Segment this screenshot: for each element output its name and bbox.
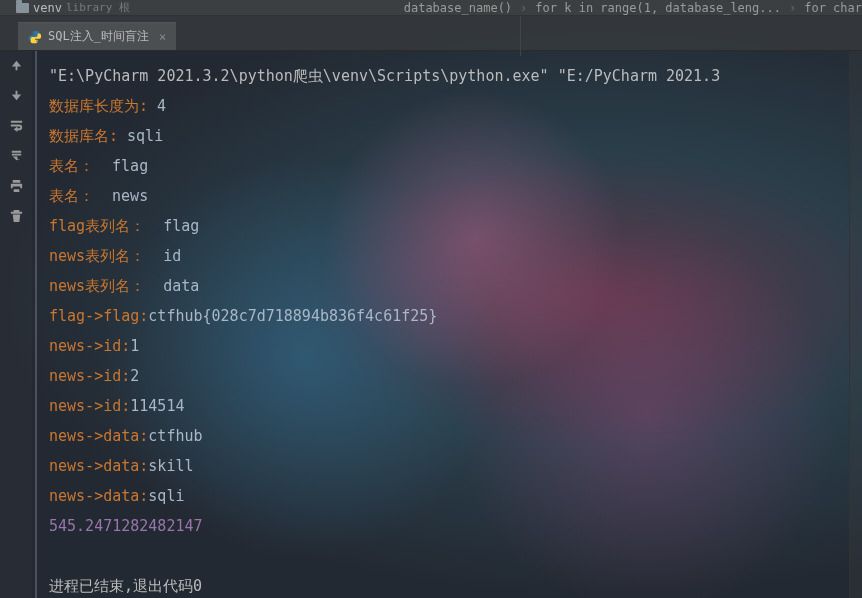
output-line: news表列名： data xyxy=(49,271,849,301)
output-line: news->id:1 xyxy=(49,331,849,361)
output-line: news表列名： id xyxy=(49,241,849,271)
console-panel: "E:\PyCharm 2021.3.2\python爬虫\venv\Scrip… xyxy=(35,51,849,598)
command-line: "E:\PyCharm 2021.3.2\python爬虫\venv\Scrip… xyxy=(49,61,849,91)
project-tree-node[interactable]: venv library 根 xyxy=(0,0,300,15)
run-tool-gutter xyxy=(0,51,32,598)
arrow-down-icon[interactable] xyxy=(8,87,24,103)
folder-label: venv xyxy=(33,1,62,15)
breadcrumb-item[interactable]: for char xyxy=(804,1,862,15)
chevron-right-icon: › xyxy=(520,1,527,15)
editor-tab-bar: SQL注入_时间盲注 × xyxy=(0,16,862,51)
breadcrumb-item[interactable]: for k in range(1, database_leng... xyxy=(535,1,781,15)
output-line: news->data:ctfhub xyxy=(49,421,849,451)
arrow-up-icon[interactable] xyxy=(8,57,24,73)
breadcrumb: database_name() › for k in range(1, data… xyxy=(300,0,862,15)
breadcrumb-item[interactable]: database_name() xyxy=(404,1,512,15)
folder-icon xyxy=(16,3,29,13)
chevron-right-icon: › xyxy=(789,1,796,15)
top-toolbar-row: venv library 根 database_name() › for k i… xyxy=(0,0,862,16)
output-line: news->id:114514 xyxy=(49,391,849,421)
output-line: 数据库长度为: 4 xyxy=(49,91,849,121)
exit-line: 进程已结束,退出代码0 xyxy=(49,571,849,598)
scrollbar[interactable] xyxy=(849,51,862,598)
tab-title: SQL注入_时间盲注 xyxy=(48,28,149,45)
output-line: 表名： news xyxy=(49,181,849,211)
console-output[interactable]: "E:\PyCharm 2021.3.2\python爬虫\venv\Scrip… xyxy=(37,51,849,598)
scroll-to-end-icon[interactable] xyxy=(8,147,24,163)
close-icon[interactable]: × xyxy=(159,30,166,44)
output-line: 表名： flag xyxy=(49,151,849,181)
python-file-icon xyxy=(28,30,42,44)
trash-icon[interactable] xyxy=(8,207,24,223)
output-line: news->data:sqli xyxy=(49,481,849,511)
output-line: flag表列名： flag xyxy=(49,211,849,241)
output-line: news->data:skill xyxy=(49,451,849,481)
empty-line xyxy=(49,541,849,571)
output-line: flag->flag:ctfhub{028c7d718894b836f4c61f… xyxy=(49,301,849,331)
output-line: news->id:2 xyxy=(49,361,849,391)
print-icon[interactable] xyxy=(8,177,24,193)
editor-tab[interactable]: SQL注入_时间盲注 × xyxy=(18,22,176,50)
soft-wrap-icon[interactable] xyxy=(8,117,24,133)
output-time: 545.2471282482147 xyxy=(49,511,849,541)
output-line: 数据库名: sqli xyxy=(49,121,849,151)
folder-suffix: library 根 xyxy=(66,0,130,15)
